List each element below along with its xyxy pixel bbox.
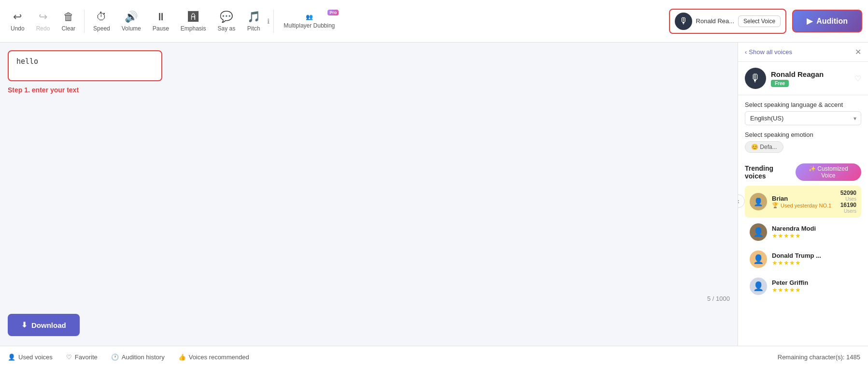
emphasis-icon: 🅰 [188,11,199,23]
say-as-icon: 💬 [220,11,233,23]
pause-button[interactable]: ⏸ Pause [148,8,174,35]
text-input[interactable]: hello [8,50,162,81]
brian-stats: 52090 Uses 16190 Users [840,190,856,214]
undo-label: Undo [11,25,25,32]
used-voices-label: Used voices [18,353,53,361]
multiplayer-button[interactable]: Pro 👥 Multiplayer Dubbing [278,11,341,32]
panel-voice-name: Ronald Reagan [771,70,824,78]
show-all-voices-link[interactable]: ‹ Show all voices [745,48,792,56]
modi-avatar: 👤 [750,223,767,241]
favorite-heart-icon[interactable]: ♡ [854,74,861,83]
undo-button[interactable]: ↩ Undo [6,8,29,35]
pause-icon: ⏸ [156,11,166,23]
brian-avatar: 👤 [750,193,767,210]
trophy-icon: 🏆 [772,202,779,208]
language-section: Select speaking language & accent Englis… [738,95,868,131]
panel-avatar: 🎙 [745,68,766,89]
recommended-icon: 👍 [178,353,186,361]
volume-icon: 🔊 [125,11,138,23]
audition-history-label: Audition history [122,353,165,361]
voice-select-area: 🎙 Ronald Rea... Select Voice ▶ Audition [669,9,862,34]
voices-recommended-item[interactable]: 👍 Voices recommended [178,353,249,361]
select-voice-button[interactable]: Select Voice [738,15,781,27]
language-select-wrapper: English(US) [745,111,861,125]
info-icon[interactable]: ℹ [267,17,270,25]
favorite-label: Favorite [75,353,98,361]
voice-box[interactable]: 🎙 Ronald Rea... Select Voice [669,9,787,34]
multiplayer-icon: 👥 [306,14,313,20]
speed-label: Speed [93,25,110,32]
redo-icon: ↪ [39,11,47,23]
used-voices-item[interactable]: 👤 Used voices [8,353,53,361]
main-content: hello Step 1. enter your text Step 2. Se… [0,43,868,346]
emotion-button[interactable]: 😊 Defa... [745,141,783,153]
right-panel: ‹ ‹ Show all voices ✕ 🎙 Ronald Reagan Fr… [738,43,868,346]
pause-label: Pause [153,25,169,32]
chevron-left-icon: ‹ [745,48,747,56]
modi-info: Narendra Modi ★★★★★ [772,225,856,239]
divider-2 [273,10,274,33]
language-label: Select speaking language & accent [745,101,861,108]
griffin-avatar: 👤 [750,278,767,295]
voice-card-modi[interactable]: 👤 Narendra Modi ★★★★★ [745,220,861,245]
emphasis-button[interactable]: 🅰 Emphasis [176,8,211,35]
step1-label: Step 1. enter your text [8,86,730,94]
history-icon: 🕐 [111,353,119,361]
download-button[interactable]: ⬇ Download [8,314,80,336]
trump-info: Donald Trump ... ★★★★★ [772,252,856,266]
show-all-voices-label: Show all voices [749,48,792,56]
clear-button[interactable]: 🗑 Clear [57,8,80,35]
pitch-label: Pitch [247,25,260,32]
audition-history-item[interactable]: 🕐 Audition history [111,353,165,361]
pitch-icon: 🎵 [247,11,260,23]
clear-label: Clear [61,25,75,32]
close-panel-button[interactable]: ✕ [855,47,861,57]
trending-header: Trending voices ✨ Customized Voice [745,163,861,181]
undo-icon: ↩ [13,11,22,23]
char-count: 5 / 1000 [707,295,730,302]
bottom-bar-left: 👤 Used voices ♡ Favorite 🕐 Audition hist… [8,353,249,361]
language-select[interactable]: English(US) [745,111,861,125]
redo-button[interactable]: ↪ Redo [31,8,55,35]
emotion-label: Select speaking emotion [745,131,861,138]
emotion-section: Select speaking emotion 😊 Defa... [738,131,868,159]
trending-section: Trending voices ✨ Customized Voice 👤 Bri… [738,159,868,306]
editor-area: hello Step 1. enter your text Step 2. Se… [0,43,738,346]
pro-badge: Pro [327,10,339,15]
voice-card-trump[interactable]: 👤 Donald Trump ... ★★★★★ [745,247,861,272]
audition-button[interactable]: ▶ Audition [792,10,862,32]
trending-title: Trending voices [745,164,796,180]
voices-recommended-label: Voices recommended [189,353,249,361]
used-voices-icon: 👤 [8,353,15,361]
remaining-chars: Remaining character(s): 1485 [778,353,860,361]
speed-icon: ⏱ [96,11,107,23]
download-label: Download [31,321,66,329]
favorite-item[interactable]: ♡ Favorite [66,353,98,361]
clear-icon: 🗑 [63,11,74,23]
say-as-button[interactable]: 💬 Say as [213,8,241,35]
say-as-label: Say as [218,25,236,32]
volume-button[interactable]: 🔊 Volume [117,8,146,35]
divider-1 [84,10,85,33]
brian-info: Brian 🏆 Used yesterday NO.1 [772,195,836,208]
bottom-bar: 👤 Used voices ♡ Favorite 🕐 Audition hist… [0,346,868,368]
trump-avatar: 👤 [750,250,767,268]
customized-voice-button[interactable]: ✨ Customized Voice [796,163,861,181]
toolbar: ↩ Undo ↪ Redo 🗑 Clear ⏱ Speed 🔊 Volume ⏸… [0,0,868,43]
audition-label: Audition [816,17,848,26]
voice-card-brian[interactable]: 👤 Brian 🏆 Used yesterday NO.1 52090 Uses… [745,186,861,218]
free-badge: Free [771,80,789,87]
play-icon: ▶ [807,16,812,26]
favorite-icon: ♡ [66,353,72,361]
speed-button[interactable]: ⏱ Speed [88,8,115,35]
volume-label: Volume [122,25,141,32]
pitch-button[interactable]: 🎵 Pitch [242,8,265,35]
emphasis-label: Emphasis [181,25,206,32]
redo-label: Redo [36,25,50,32]
download-icon: ⬇ [21,321,28,329]
griffin-info: Peter Griffin ★★★★★ [772,279,856,294]
voice-name: Ronald Rea... [696,17,735,25]
voice-avatar: 🎙 [675,13,692,30]
voice-card-griffin[interactable]: 👤 Peter Griffin ★★★★★ [745,274,861,299]
panel-voice-info: 🎙 Ronald Reagan Free ♡ [738,62,868,95]
